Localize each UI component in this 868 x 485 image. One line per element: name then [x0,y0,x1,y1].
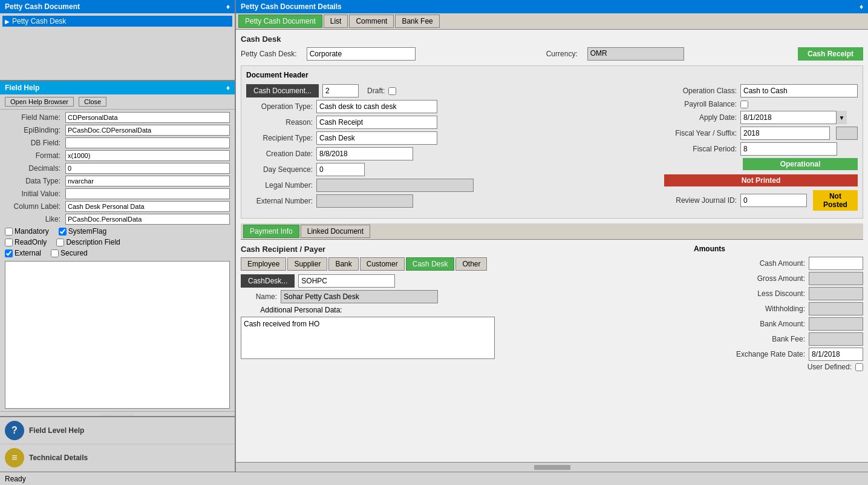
review-journal-label: Review Journal ID: [664,196,737,205]
not-printed-button[interactable]: Not Printed [664,174,858,186]
external-number-input[interactable] [316,194,413,208]
technical-details-label: Technical Details [29,454,88,462]
creation-date-label: Creation Date: [246,150,313,158]
description-field-checkbox-label[interactable]: Description Field [56,238,120,246]
fiscal-period-input[interactable] [740,142,837,156]
reason-input[interactable] [316,116,437,129]
mandatory-checkbox[interactable] [5,228,13,236]
decimals-label: Decimals: [5,164,65,173]
fiscal-period-label: Fiscal Period: [664,145,737,153]
secured-checkbox-label[interactable]: Secured [51,249,88,257]
gross-amount-input[interactable] [809,272,863,285]
tab-other[interactable]: Other [455,257,487,271]
bank-fee-row: Bank Fee: [694,332,863,346]
secured-checkbox[interactable] [51,249,59,257]
cash-doc-value-input[interactable] [322,84,359,97]
recipient-type-select[interactable]: Cash Desk [316,131,437,145]
initial-value-input[interactable] [65,188,230,199]
main-content-area: Cash Desk Petty Cash Desk: Corporate Cur… [236,30,868,462]
system-flag-checkbox-label[interactable]: SystemFlag [59,227,106,236]
apply-date-dropdown-button[interactable]: ▼ [836,111,847,124]
column-label-input[interactable] [65,201,230,212]
less-discount-label: Less Discount: [720,289,805,298]
cash-document-button[interactable]: Cash Document... [246,84,319,97]
cash-amount-input[interactable] [809,257,863,270]
open-help-browser-button[interactable]: Open Help Browser [5,97,74,107]
bank-fee-input[interactable] [809,332,863,346]
system-flag-checkbox[interactable] [59,228,67,236]
fiscal-year-input[interactable] [740,127,830,140]
external-number-row: External Number: [246,194,654,208]
format-label: Format: [5,151,65,160]
db-field-input[interactable] [65,137,230,148]
withholding-input[interactable] [809,302,863,315]
tab-bank[interactable]: Bank [328,257,358,271]
name-input[interactable] [281,290,438,303]
technical-details-item[interactable]: ≡ Technical Details [0,444,235,472]
currency-value: OMR [587,47,684,61]
horizontal-scrollbar[interactable] [236,462,868,472]
tab-cash-desk-recipient[interactable]: Cash Desk [406,257,455,271]
cash-receipt-button[interactable]: Cash Receipt [798,47,863,61]
epi-binding-input[interactable] [65,125,230,136]
description-field-checkbox[interactable] [56,239,64,246]
like-input[interactable] [65,214,230,225]
data-type-input[interactable] [65,176,230,186]
legal-number-input[interactable] [316,179,474,192]
not-posted-button[interactable]: Not Posted [813,190,858,211]
fiscal-suffix-input[interactable] [836,127,858,140]
right-panel-pin[interactable]: ♦ [860,2,863,11]
creation-date-input[interactable] [316,147,413,160]
exchange-rate-date-input[interactable] [809,348,863,361]
field-name-input[interactable] [65,112,230,123]
field-help-toolbar: Open Help Browser Close [0,94,235,110]
tab-comment[interactable]: Comment [349,15,394,28]
bank-amount-input[interactable] [809,317,863,331]
decimals-input[interactable] [65,163,230,174]
system-flag-label: SystemFlag [68,227,106,236]
left-panel-pin[interactable]: ♦ [226,2,230,11]
tab-customer[interactable]: Customer [360,257,405,271]
tab-bank-fee[interactable]: Bank Fee [395,15,439,28]
tab-payment-info[interactable]: Payment Info [243,225,299,238]
format-row: Format: [5,150,230,161]
field-level-help-item[interactable]: ? Field Level Help [0,417,235,444]
tab-list[interactable]: List [324,15,348,28]
tab-supplier[interactable]: Supplier [287,257,327,271]
format-input[interactable] [65,150,230,161]
decimals-row: Decimals: [5,163,230,174]
petty-cash-tree: ▶ Petty Cash Desk [0,13,235,80]
cashdesk-id-input[interactable] [298,274,395,288]
additional-data-textarea[interactable]: Cash received from HO [241,317,495,359]
day-sequence-input[interactable] [316,163,365,176]
field-help-pin[interactable]: ♦ [226,84,230,92]
user-defined-checkbox[interactable] [855,363,863,371]
description-scrollbar[interactable]: ............. [0,411,235,416]
operational-button[interactable]: Operational [743,158,858,170]
mandatory-checkbox-label[interactable]: Mandatory [5,227,49,236]
tree-item-petty-cash-desk[interactable]: ▶ Petty Cash Desk [2,16,232,27]
tab-linked-document[interactable]: Linked Document [301,225,370,238]
cashdesk-id-row: CashDesk... [241,274,689,288]
description-textarea[interactable] [5,261,230,409]
bank-amount-label: Bank Amount: [720,320,805,328]
external-label: External [15,249,41,257]
tab-employee[interactable]: Employee [241,257,286,271]
close-button[interactable]: Close [79,97,106,107]
draft-checkbox[interactable] [388,87,396,95]
external-checkbox[interactable] [5,249,13,257]
less-discount-input[interactable] [809,287,863,300]
petty-cash-desk-select[interactable]: Corporate [307,47,416,61]
payroll-balance-checkbox[interactable] [740,101,748,108]
external-checkbox-label[interactable]: External [5,249,41,257]
cashdesk-button[interactable]: CashDesk... [241,274,295,288]
payroll-balance-label: Payroll Balance: [664,100,737,108]
readonly-checkbox[interactable] [5,239,13,246]
review-journal-input[interactable] [740,194,807,207]
operation-type-select[interactable]: Cash desk to cash desk [316,100,437,113]
field-help-title: Field Help [5,84,39,92]
operation-class-input[interactable] [740,84,858,97]
apply-date-input[interactable] [740,111,847,124]
tab-petty-cash-document[interactable]: Petty Cash Document [238,15,322,28]
readonly-checkbox-label[interactable]: ReadOnly [5,238,47,246]
